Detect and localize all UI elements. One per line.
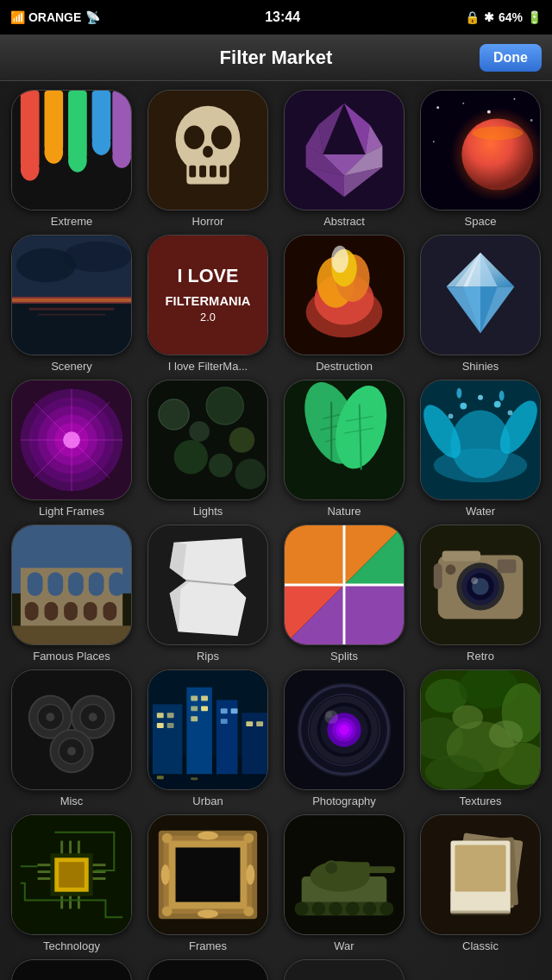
svg-point-230: [243, 833, 254, 844]
svg-point-110: [508, 411, 513, 416]
filter-item-lights[interactable]: Lights: [143, 380, 273, 518]
svg-rect-178: [256, 721, 263, 726]
svg-rect-259: [148, 960, 267, 980]
svg-point-80: [63, 431, 80, 449]
svg-point-10: [112, 144, 131, 168]
svg-rect-174: [221, 708, 228, 713]
filter-item-water[interactable]: Water: [416, 380, 545, 518]
svg-point-108: [494, 401, 501, 408]
filter-label-shinies: Shinies: [420, 360, 541, 373]
done-button[interactable]: Done: [480, 44, 542, 72]
filter-item-base[interactable]: BASE BASE: [7, 959, 136, 980]
svg-point-246: [346, 902, 360, 916]
svg-rect-180: [157, 776, 164, 779]
svg-rect-177: [246, 721, 253, 726]
svg-rect-222: [69, 896, 72, 909]
filter-label-abstract: Abstract: [284, 215, 405, 228]
filter-item-classic[interactable]: Classic: [416, 814, 545, 952]
filter-label-nature: Nature: [284, 505, 405, 518]
filter-item-technology[interactable]: Technology: [7, 814, 136, 952]
filter-label-rips: Rips: [147, 650, 268, 663]
svg-point-61: [331, 246, 348, 273]
svg-point-14: [184, 125, 204, 149]
filter-item-filtermania[interactable]: I LOVE FILTERMANIA 2.0 I love FilterMa..…: [143, 235, 273, 373]
filter-label-misc: Misc: [11, 795, 132, 807]
svg-point-109: [448, 413, 454, 418]
lock-icon: 🔒: [465, 10, 480, 24]
svg-rect-255: [451, 892, 511, 914]
svg-rect-220: [78, 841, 80, 854]
filter-item-new[interactable]: NEW NEW: [143, 959, 273, 980]
svg-rect-119: [89, 572, 104, 596]
filter-item-extreme[interactable]: Extreme: [7, 90, 136, 228]
filter-item-splits[interactable]: Splits: [279, 525, 409, 663]
svg-point-6: [68, 148, 87, 173]
svg-point-157: [89, 713, 97, 721]
svg-rect-170: [201, 696, 208, 701]
filter-icon-war: [284, 814, 405, 935]
filter-item-horror[interactable]: Horror: [143, 90, 273, 228]
filter-item-famousplaces[interactable]: Famous Places: [7, 525, 136, 663]
svg-text:FILTERMANIA: FILTERMANIA: [166, 294, 251, 308]
filter-item-urban[interactable]: Urban: [143, 669, 273, 807]
filter-item-space[interactable]: Space: [416, 90, 545, 228]
filter-label-lights: Lights: [147, 505, 268, 518]
filter-item-retro[interactable]: Retro: [416, 525, 545, 663]
filter-item-textures[interactable]: Textures: [416, 669, 545, 807]
svg-point-191: [339, 725, 349, 735]
svg-rect-242: [295, 902, 393, 916]
filter-label-war: War: [284, 939, 405, 952]
filter-item-shinies[interactable]: Shinies: [416, 235, 545, 373]
svg-point-111: [456, 388, 461, 399]
svg-point-232: [243, 906, 254, 916]
filter-item-scenery[interactable]: Scenery: [7, 235, 136, 373]
svg-rect-17: [189, 166, 196, 178]
svg-rect-261: [285, 960, 404, 980]
filter-icon-shinies: [420, 235, 541, 355]
filter-label-filtermania: I love FilterMa...: [147, 360, 268, 373]
filter-label-retro: Retro: [420, 650, 541, 663]
svg-point-244: [312, 902, 326, 916]
svg-point-148: [446, 564, 456, 575]
filter-icon-textures: [420, 669, 541, 790]
svg-rect-211: [59, 862, 85, 888]
bluetooth-icon: ✱: [484, 10, 494, 24]
filter-item-destruction[interactable]: Destruction: [279, 235, 409, 373]
wifi-icon: 📡: [85, 10, 100, 24]
svg-rect-173: [191, 716, 198, 721]
filter-label-photography: Photography: [284, 795, 405, 807]
filter-item-rips[interactable]: Rips: [143, 525, 273, 663]
svg-rect-125: [103, 602, 116, 621]
svg-point-231: [162, 906, 172, 916]
filter-icon-extreme: [11, 90, 132, 210]
svg-point-245: [329, 902, 342, 916]
filter-item-abstract[interactable]: Abstract: [279, 90, 409, 228]
svg-point-206: [489, 720, 523, 748]
filter-label-frames: Frames: [147, 939, 268, 952]
svg-point-87: [209, 454, 233, 478]
filter-item-misc[interactable]: Misc: [7, 669, 136, 807]
filter-icon-photography: [284, 669, 405, 790]
filter-item-lightframes[interactable]: Light Frames: [7, 380, 136, 518]
filter-item-nature[interactable]: Nature: [279, 380, 409, 518]
svg-rect-140: [434, 563, 442, 589]
svg-rect-124: [84, 602, 97, 621]
filter-icon-base: BASE: [11, 959, 132, 980]
filter-item-frames[interactable]: Frames: [143, 814, 273, 952]
svg-rect-167: [157, 723, 164, 728]
svg-rect-117: [47, 572, 63, 596]
svg-rect-223: [78, 896, 80, 909]
filter-item-extra[interactable]: [279, 959, 409, 980]
filter-item-photography[interactable]: Photography: [279, 669, 409, 807]
svg-point-4: [44, 140, 63, 164]
svg-rect-126: [12, 625, 131, 644]
svg-rect-213: [38, 870, 51, 873]
svg-point-158: [67, 747, 76, 756]
filter-icon-abstract: [284, 90, 405, 210]
svg-rect-116: [28, 572, 43, 596]
filter-icon-horror: [147, 90, 268, 210]
filter-item-war[interactable]: War: [279, 814, 409, 952]
svg-point-193: [325, 711, 332, 718]
svg-rect-147: [498, 559, 517, 573]
svg-rect-46: [12, 298, 131, 302]
